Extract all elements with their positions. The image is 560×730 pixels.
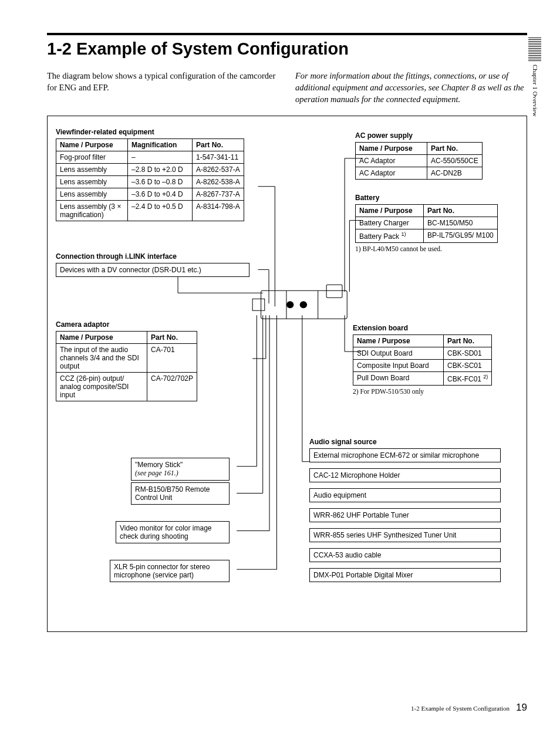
system-diagram: Viewfinder-related equipment Name / Purp… [47, 116, 527, 632]
table-row: Lens assembly–3.6 D to +0.4 DA-8267-737-… [56, 188, 244, 201]
viewfinder-group: Viewfinder-related equipment Name / Purp… [56, 128, 255, 221]
table-row: Lens assembly–3.6 D to –0.8 DA-8262-538-… [56, 176, 244, 188]
tab-hatch-icon [528, 38, 541, 61]
camadapt-table: Name / PurposePart No. The input of the … [56, 331, 197, 401]
table-row: The input of the audio channels 3/4 and … [56, 344, 197, 373]
footer-page-number: 19 [516, 702, 527, 713]
svg-rect-25 [252, 299, 265, 310]
table-row: Pull Down BoardCBK-FC01 2) [353, 372, 492, 386]
table-row: CCZ (26-pin) output/ analog composite/SD… [56, 373, 197, 401]
svg-point-28 [300, 301, 307, 308]
footer-section: 1-2 Example of System Configuration [411, 705, 510, 712]
remote-control-item: RM-B150/B750 Remote Control Unit [131, 482, 230, 505]
battery-group: Battery Name / PurposePart No. Battery C… [355, 194, 503, 252]
acpower-table: Name / PurposePart No. AC AdaptorAC-550/… [355, 142, 483, 180]
audio-item: CAC-12 Microphone Holder [309, 468, 501, 482]
ilink-group: Connection through i.LINK interface Devi… [56, 252, 249, 277]
vf-h0: Name / Purpose [56, 139, 128, 151]
table-row: AC AdaptorAC-550/550CE [356, 155, 483, 167]
audio-item: Audio equipment [309, 488, 501, 502]
intro-text-right: For more information about the fittings,… [295, 70, 527, 105]
intro-text-left: The diagram below shows a typical config… [47, 70, 279, 105]
table-row: Fog-proof filter–1-547-341-11 [56, 151, 244, 164]
vf-h1: Magnification [128, 139, 193, 151]
xlr-item: XLR 5-pin connector for stereo microphon… [110, 560, 230, 582]
ilink-title: Connection through i.LINK interface [56, 252, 249, 261]
acpower-title: AC power supply [355, 131, 503, 140]
xlr-group: XLR 5-pin connector for stereo microphon… [110, 560, 230, 582]
audio-item: External microphone ECM-672 or similar m… [309, 448, 501, 462]
memory-stick-note: (see page 161.) [135, 469, 178, 477]
camera-adaptor-group: Camera adaptor Name / PurposePart No. Th… [56, 320, 245, 401]
memory-stick-item: "Memory Stick" (see page 161.) [131, 458, 230, 481]
audio-item: DMX-P01 Portable Digital Mixer [309, 568, 501, 582]
battery-title: Battery [355, 194, 503, 202]
battery-sup: 1) [401, 231, 406, 237]
table-row: AC AdaptorAC-DN2B [356, 167, 483, 180]
ilink-item: Devices with a DV connector (DSR-DU1 etc… [56, 263, 249, 277]
side-chapter-tab: Chapter 1 Overview [528, 38, 541, 117]
table-row: Lens assembly–2.8 D to +2.0 DA-8262-537-… [56, 164, 244, 176]
svg-rect-24 [261, 290, 348, 319]
memory-stick-label: "Memory Stick" [135, 461, 183, 469]
video-monitor-item: Video monitor for color image check duri… [116, 521, 230, 543]
table-row: Battery ChargerBC-M150/M50 [356, 217, 498, 229]
audio-item: CCXA-53 audio cable [309, 548, 501, 562]
ext-sup: 2) [483, 374, 488, 380]
audio-source-group: Audio signal source External microphone … [309, 438, 502, 588]
table-row: Composite Input BoardCBK-SC01 [353, 360, 492, 372]
table-row: Battery Pack 1)BP-IL75/GL95/ M100 [356, 229, 498, 243]
audio-title: Audio signal source [309, 438, 502, 446]
ext-title: Extension board [353, 324, 503, 332]
ext-footnote: 2) For PDW-510/530 only [353, 388, 503, 395]
camcorder-icon [252, 285, 347, 319]
side-chapter-label: Chapter 1 Overview [532, 65, 538, 117]
audio-item: WRR-855 series UHF Synthesized Tuner Uni… [309, 528, 501, 542]
table-row: Lens assembly (3 × magnification)–2.4 D … [56, 201, 244, 221]
svg-point-27 [286, 301, 294, 308]
viewfinder-table: Name / Purpose Magnification Part No. Fo… [56, 138, 244, 221]
table-row: SDI Output BoardCBK-SD01 [353, 347, 492, 360]
camadapt-title: Camera adaptor [56, 320, 245, 329]
battery-footnote: 1) BP-L40/M50 cannot be used. [355, 245, 503, 252]
vf-h2: Part No. [193, 139, 244, 151]
page-footer: 1-2 Example of System Configuration 19 [411, 702, 527, 714]
extension-board-group: Extension board Name / PurposePart No. S… [353, 324, 503, 395]
heading-rule [47, 33, 527, 35]
battery-table: Name / PurposePart No. Battery ChargerBC… [355, 204, 498, 243]
viewfinder-title: Viewfinder-related equipment [56, 128, 255, 136]
ac-power-group: AC power supply Name / PurposePart No. A… [355, 131, 503, 180]
audio-item: WRR-862 UHF Portable Tuner [309, 508, 501, 522]
remote-control-group: RM-B150/B750 Remote Control Unit [131, 482, 230, 505]
memory-stick-group: "Memory Stick" (see page 161.) [131, 458, 230, 481]
ext-table: Name / PurposePart No. SDI Output BoardC… [353, 334, 492, 386]
svg-rect-26 [326, 285, 342, 298]
video-monitor-group: Video monitor for color image check duri… [116, 521, 230, 543]
section-heading: 1-2 Example of System Configuration [47, 40, 527, 58]
